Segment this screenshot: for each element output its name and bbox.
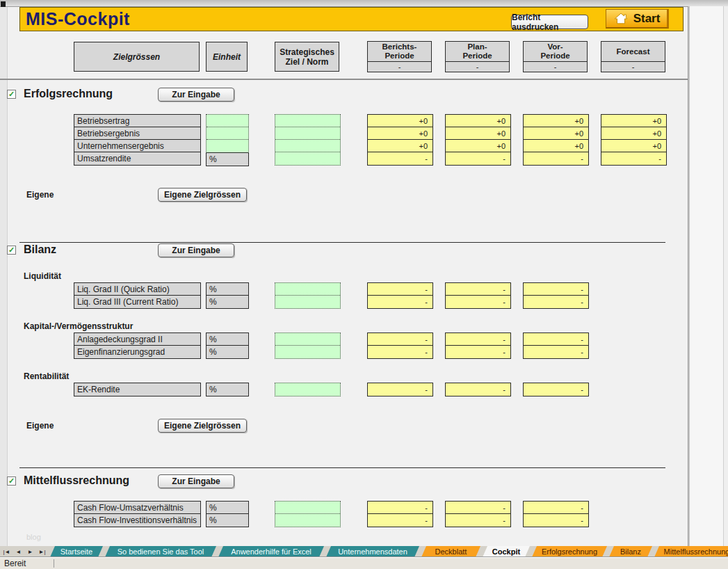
period-header-planperiode: Plan-Periode - <box>445 41 510 72</box>
value-cell[interactable]: - <box>524 383 588 396</box>
value-cell[interactable]: - <box>368 346 432 358</box>
tab-nav-last-icon[interactable]: ►| <box>37 547 47 556</box>
tab-nav-first-icon[interactable]: |◄ <box>1 547 12 556</box>
value-cell[interactable]: - <box>446 283 510 296</box>
value-cell[interactable]: - <box>368 152 432 165</box>
bilanz-liquiditaet-ziel-input[interactable] <box>275 282 341 309</box>
start-label: Start <box>633 12 661 26</box>
erfolgsrechnung-ziel-input[interactable] <box>275 114 341 166</box>
value-cell[interactable]: +0 <box>601 115 666 127</box>
tab-bilanz[interactable]: Bilanz <box>609 546 652 557</box>
green-input-cell[interactable] <box>275 514 340 527</box>
green-input-cell[interactable] <box>275 296 340 308</box>
value-cell[interactable]: - <box>524 152 588 165</box>
value-cell[interactable]: - <box>368 502 432 514</box>
value-cell[interactable]: - <box>524 514 588 527</box>
value-cell[interactable]: - <box>368 333 432 346</box>
green-input-cell[interactable] <box>207 115 248 127</box>
value-cell[interactable]: +0 <box>524 140 588 152</box>
value-cell[interactable]: - <box>446 333 510 346</box>
value-cell[interactable]: +0 <box>368 115 432 127</box>
value-cell[interactable]: - <box>368 296 432 308</box>
start-button[interactable]: Start <box>606 9 669 29</box>
mittelflussrechnung-checkbox[interactable]: ✓ <box>7 476 16 486</box>
green-input-cell[interactable] <box>275 346 340 358</box>
green-input-cell[interactable] <box>275 333 340 346</box>
bilanz-checkbox[interactable]: ✓ <box>7 246 16 255</box>
green-input-cell[interactable] <box>275 115 340 127</box>
value-cell[interactable]: - <box>446 152 510 165</box>
green-input-cell[interactable] <box>275 383 340 396</box>
green-input-cell[interactable] <box>275 140 340 152</box>
erfolgsrechnung-einheit-input[interactable] <box>206 114 249 153</box>
value-cell[interactable]: - <box>524 502 588 514</box>
value-cell[interactable]: - <box>368 283 432 296</box>
value-cell[interactable]: - <box>446 383 510 396</box>
tab-startseite[interactable]: Startseite <box>50 546 103 557</box>
value-cell[interactable]: +0 <box>368 140 432 152</box>
right-pane-border <box>723 6 724 546</box>
berichts-period-value[interactable]: - <box>368 61 431 72</box>
tab-cockpit[interactable]: Cockpit <box>483 546 530 557</box>
value-cell[interactable]: - <box>368 514 432 527</box>
tab-unternehmensdaten[interactable]: Unternehmensdaten <box>326 546 419 557</box>
value-cell[interactable]: +0 <box>446 127 510 140</box>
erfolgsrechnung-checkbox[interactable]: ✓ <box>7 90 16 99</box>
zur-eingabe-label: Zur Eingabe <box>172 246 220 255</box>
green-input-cell[interactable] <box>275 502 340 514</box>
period-header-berichtsperiode: Berichts-Periode - <box>367 41 432 72</box>
tab-deckblatt[interactable]: Deckblatt <box>421 546 480 557</box>
eigene-zielgroessen-label: Eigene Zielgrössen <box>164 421 241 431</box>
right-pane <box>690 6 728 546</box>
value-cell[interactable]: - <box>368 383 432 396</box>
value-cell[interactable]: +0 <box>368 127 432 140</box>
value-cell[interactable]: +0 <box>524 127 588 140</box>
vor-period-value[interactable]: - <box>524 61 587 72</box>
tab-erfolgsrechnung[interactable]: Erfolgsrechnung <box>532 546 607 557</box>
green-input-cell[interactable] <box>275 283 340 296</box>
value-cell[interactable]: - <box>446 514 510 527</box>
print-report-button[interactable]: Bericht ausdrucken <box>511 15 588 29</box>
bilanz-kapitalstruktur-labels: Anlagedeckungsgrad II Eigenfinanzierungs… <box>74 332 201 359</box>
tab-nav-next-icon[interactable]: ► <box>25 547 35 556</box>
value-cell[interactable]: - <box>601 152 666 165</box>
value-cell[interactable]: - <box>524 283 588 296</box>
value-cell[interactable]: - <box>446 502 510 514</box>
bilanz-rentabilitaet-berichtsperiode-values: - <box>367 383 433 396</box>
value-cell[interactable]: +0 <box>601 140 666 152</box>
tab-anwenderhilfe-fuer-excel[interactable]: Anwenderhilfe für Excel <box>218 546 324 557</box>
value-cell[interactable]: - <box>524 333 588 346</box>
tab-so-bedienen-sie-das-tool[interactable]: So bedienen Sie das Tool <box>105 546 216 557</box>
value-cell[interactable]: - <box>446 296 510 308</box>
green-check-icon: ✓ <box>8 246 15 254</box>
tab-nav-prev-icon[interactable]: ◄ <box>13 547 24 556</box>
value-cell[interactable]: +0 <box>446 115 510 127</box>
mittelflussrechnung-units: % % <box>206 501 249 527</box>
green-input-cell[interactable] <box>275 127 340 140</box>
erfolgsrechnung-zur-eingabe-button[interactable]: Zur Eingabe <box>158 88 234 102</box>
unit-cell: % <box>207 296 248 308</box>
forecast-period-value[interactable]: - <box>601 61 665 72</box>
value-cell[interactable]: - <box>524 346 588 358</box>
row-label: Umsatzrendite <box>74 152 200 165</box>
green-input-cell[interactable] <box>207 127 248 140</box>
mittelflussrechnung-zur-eingabe-button[interactable]: Zur Eingabe <box>158 474 234 488</box>
plan-period-value[interactable]: - <box>446 61 509 72</box>
home-icon <box>613 12 629 25</box>
bilanz-kapitalstruktur-ziel-input[interactable] <box>275 332 341 359</box>
value-cell[interactable]: +0 <box>446 140 510 152</box>
mittelflussrechnung-ziel-input[interactable] <box>275 501 341 527</box>
erfolgsrechnung-eigene-zielgroessen-button[interactable]: Eigene Zielgrössen <box>158 188 247 202</box>
green-input-cell[interactable] <box>207 140 248 152</box>
value-cell[interactable]: +0 <box>601 127 666 140</box>
bilanz-eigene-zielgroessen-button[interactable]: Eigene Zielgrössen <box>158 419 247 433</box>
bilanz-eigene-label: Eigene <box>26 421 54 431</box>
bilanz-zur-eingabe-button[interactable]: Zur Eingabe <box>158 243 234 257</box>
tab-mittelflussrechnung[interactable]: Mittelflussrechnung <box>654 546 728 557</box>
erfolgsrechnung-umsatzrendite-unit: % <box>206 152 249 166</box>
green-input-cell[interactable] <box>275 152 340 165</box>
bilanz-rentabilitaet-ziel-input[interactable] <box>275 383 341 396</box>
value-cell[interactable]: - <box>524 296 588 308</box>
value-cell[interactable]: +0 <box>524 115 588 127</box>
value-cell[interactable]: - <box>446 346 510 358</box>
